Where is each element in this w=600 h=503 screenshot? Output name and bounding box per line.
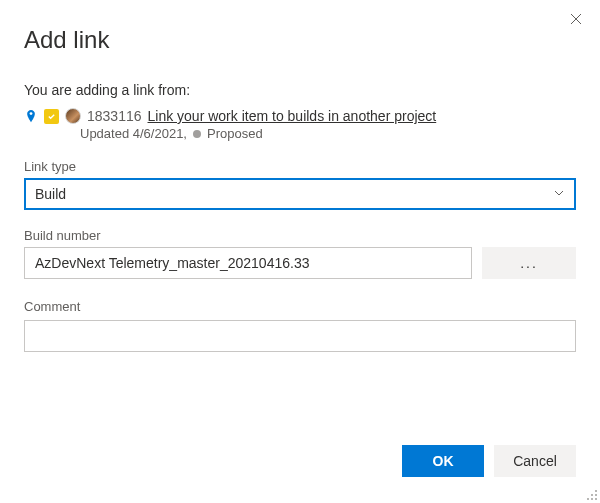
browse-button[interactable]: ... [482,247,576,279]
svg-point-4 [587,498,589,500]
ok-button[interactable]: OK [402,445,484,477]
svg-point-6 [595,498,597,500]
comment-input[interactable] [24,320,576,352]
svg-point-0 [30,112,33,115]
intro-text: You are adding a link from: [24,82,576,98]
dialog-footer: OK Cancel [402,445,576,477]
state-dot-icon [193,130,201,138]
close-button[interactable] [566,10,586,30]
svg-point-2 [591,494,593,496]
link-type-value: Build [35,186,66,202]
work-item-id: 1833116 [87,108,142,124]
pin-icon [24,109,38,123]
svg-point-5 [591,498,593,500]
chevron-down-icon [553,186,565,202]
shield-icon [44,109,59,124]
add-link-dialog: Add link You are adding a link from: 183… [0,0,600,372]
work-item-link[interactable]: Link your work item to builds in another… [148,108,437,124]
work-item-summary: 1833116 Link your work item to builds in… [24,108,576,124]
link-type-dropdown[interactable]: Build [24,178,576,210]
close-icon [570,11,582,29]
work-item-meta: Updated 4/6/2021, Proposed [80,126,576,141]
avatar [65,108,81,124]
build-number-input[interactable] [24,247,472,279]
state-text: Proposed [207,126,263,141]
cancel-button[interactable]: Cancel [494,445,576,477]
updated-text: Updated 4/6/2021, [80,126,187,141]
comment-label: Comment [24,299,576,314]
svg-point-1 [595,490,597,492]
build-number-label: Build number [24,228,576,243]
dialog-title: Add link [24,26,576,54]
resize-grip-icon[interactable] [584,487,598,501]
svg-point-3 [595,494,597,496]
link-type-label: Link type [24,159,576,174]
